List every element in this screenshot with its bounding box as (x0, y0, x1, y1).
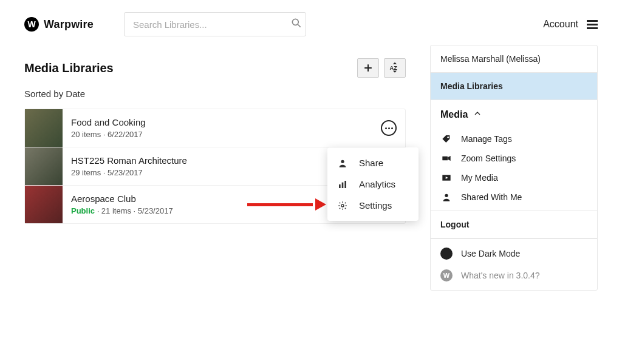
account-link[interactable]: Account (543, 19, 578, 30)
svg-point-12 (447, 136, 449, 138)
nav-label: Manage Tags (461, 134, 512, 144)
menu-label: Analytics (359, 179, 395, 189)
brand-name: Warpwire (44, 18, 94, 31)
context-menu-analytics[interactable]: Analytics (327, 174, 419, 195)
svg-marker-6 (393, 71, 397, 73)
page-title: Media Libraries (24, 61, 114, 75)
ellipsis-icon (385, 127, 393, 129)
media-section-toggle[interactable]: Media (431, 100, 597, 129)
title-row: Media Libraries AZ (24, 58, 406, 78)
svg-rect-9 (342, 182, 344, 187)
nav-shared-with-me[interactable]: Shared With Me (431, 187, 597, 211)
svg-rect-10 (344, 181, 346, 188)
analytics-icon (337, 180, 348, 189)
svg-point-0 (292, 19, 298, 25)
gear-icon (337, 201, 348, 211)
add-button[interactable] (357, 58, 379, 78)
svg-point-11 (341, 204, 344, 207)
svg-marker-5 (393, 62, 397, 64)
thumbnail (25, 109, 63, 147)
svg-marker-14 (448, 156, 451, 161)
play-icon (440, 173, 453, 183)
chevron-up-icon (473, 109, 482, 121)
search-icon[interactable] (290, 17, 302, 32)
library-list: Food and Cooking 20 items · 6/22/2017 HS… (24, 109, 406, 224)
sort-label: Sorted by Date (24, 89, 406, 99)
thumbnail (25, 186, 63, 223)
svg-rect-8 (339, 184, 341, 188)
whats-new-link[interactable]: W What's new in 3.0.4? (431, 265, 597, 290)
user-name: Melissa Marshall (Melissa) (431, 46, 597, 73)
logout-button[interactable]: Logout (431, 211, 597, 238)
svg-line-1 (298, 25, 300, 27)
nav-my-media[interactable]: My Media (431, 168, 597, 187)
brand-logo-icon: W (24, 17, 39, 32)
account-area: Account (543, 19, 598, 30)
nav-zoom-settings[interactable]: Zoom Settings (431, 149, 597, 168)
info-icon: W (440, 269, 453, 281)
nav-label: Zoom Settings (461, 153, 516, 163)
top-bar: W Warpwire Account (0, 0, 622, 42)
library-title: Food and Cooking (71, 117, 372, 127)
library-meta: 20 items · 6/22/2017 (71, 130, 372, 139)
context-menu-settings[interactable]: Settings (327, 195, 419, 216)
svg-rect-13 (442, 157, 448, 161)
nav-label: Use Dark Mode (461, 249, 520, 258)
list-item[interactable]: HST225 Roman Architecture 29 items · 5/2… (25, 147, 405, 186)
search-wrap (124, 12, 306, 36)
nav-media-libraries[interactable]: Media Libraries (431, 73, 597, 100)
tag-icon (440, 134, 453, 144)
list-item[interactable]: Food and Cooking 20 items · 6/22/2017 (25, 109, 405, 147)
brand[interactable]: W Warpwire (24, 17, 94, 32)
menu-label: Settings (359, 200, 392, 211)
video-camera-icon (440, 153, 453, 163)
account-panel: Melissa Marshall (Melissa) Media Librari… (430, 45, 598, 291)
person-icon (337, 158, 348, 168)
sort-az-button[interactable]: AZ (384, 58, 406, 78)
nav-label: What's new in 3.0.4? (461, 271, 540, 280)
nav-manage-tags[interactable]: Manage Tags (431, 129, 597, 149)
svg-text:AZ: AZ (390, 65, 398, 71)
person-icon (440, 192, 453, 202)
context-menu: Share Analytics Settings (327, 147, 419, 221)
thumbnail (25, 147, 63, 185)
svg-point-7 (341, 160, 344, 163)
more-options-button[interactable] (381, 120, 397, 136)
annotation-arrow (247, 198, 326, 211)
dark-mode-icon (440, 248, 453, 260)
menu-label: Share (359, 158, 383, 168)
menu-icon[interactable] (587, 20, 598, 29)
svg-point-17 (445, 194, 448, 197)
nav-label: Shared With Me (461, 192, 522, 202)
nav-label: My Media (461, 173, 498, 183)
context-menu-share[interactable]: Share (327, 152, 419, 174)
dark-mode-toggle[interactable]: Use Dark Mode (431, 238, 597, 265)
search-input[interactable] (124, 12, 306, 36)
